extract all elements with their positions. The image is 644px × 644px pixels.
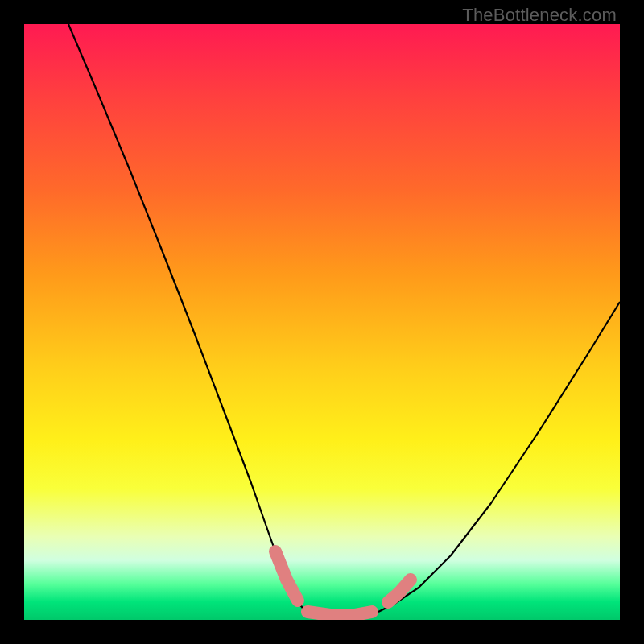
- series-left-branch: [68, 24, 306, 612]
- chart-frame: TheBottleneck.com: [0, 0, 644, 644]
- chart-svg: [24, 24, 620, 620]
- chart-plot-area: [24, 24, 620, 620]
- series-pink-segment-left: [275, 551, 298, 601]
- series-pink-segment-floor: [308, 612, 372, 615]
- series-right-branch: [378, 302, 620, 612]
- series-pink-segment-right: [388, 580, 411, 602]
- watermark-text: TheBottleneck.com: [462, 5, 617, 26]
